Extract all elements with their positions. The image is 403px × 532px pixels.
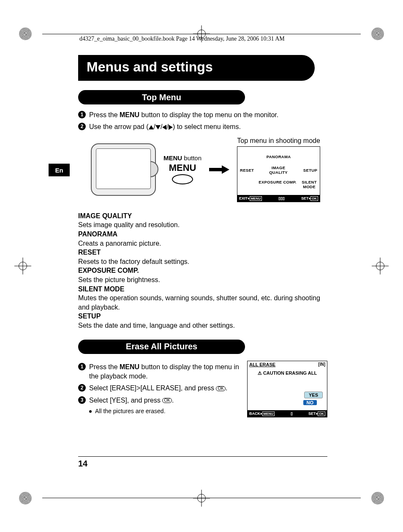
- lcd-title: ALL ERASE: [249, 362, 275, 367]
- definition-item: IMAGE QUALITYSets image quality and reso…: [78, 211, 327, 230]
- definition-list: IMAGE QUALITYSets image quality and reso…: [78, 211, 327, 330]
- step-2: 2 Use the arrow pad (///) to select menu…: [78, 122, 327, 132]
- bullet-text: All the pictures are erased.: [95, 408, 166, 414]
- text: Select [YES], and press: [89, 397, 162, 404]
- lcd-option-no: NO: [303, 400, 317, 405]
- definition-item: SETUPSets the date and time, language an…: [78, 312, 327, 330]
- def-body: Creats a panoramic picture.: [78, 239, 327, 248]
- text: OK: [310, 196, 318, 201]
- ok-button-icon: OK: [162, 398, 172, 403]
- text: Use the arrow pad (: [89, 123, 149, 130]
- arrow-pointer-icon: [209, 165, 229, 174]
- menu-keyword: MENU: [120, 111, 139, 118]
- step-2: 2 Select [ERASE]>[ALL ERASE], and press …: [78, 384, 242, 393]
- crop-row-bottom: [0, 490, 403, 507]
- bullet-icon: [89, 410, 92, 413]
- section-heading-top-menu: Top Menu: [78, 90, 245, 104]
- crop-circle-icon: [369, 25, 386, 42]
- def-head: SILENT MODE: [78, 285, 327, 294]
- registration-mark-icon: [193, 490, 210, 507]
- lcd-in-badge: [IN]: [318, 362, 325, 367]
- print-header-line: d4327_e_oima_basic_00_bookfile.book Page…: [79, 36, 285, 42]
- erase-content-row: 1 Press the MENU button to display the t…: [78, 360, 327, 417]
- def-head: EXPOSURE COMP.: [78, 266, 327, 275]
- def-head: RESET: [78, 248, 327, 257]
- text: MENU: [250, 196, 262, 201]
- top-menu-steps: 1 Press the MENU button to display the t…: [78, 110, 327, 132]
- lcd-set: SET♦OK: [301, 196, 318, 200]
- text: SET: [301, 196, 309, 200]
- lcd-item-exposure-comp: EXPOSURE COMP.: [259, 180, 297, 184]
- def-body: Mutes the operation sounds, warning soun…: [78, 293, 327, 312]
- text: MENU: [262, 411, 275, 416]
- step-text: Select [YES], and press OK.: [89, 396, 174, 405]
- lcd-warning-text: ⚠ CAUTION ERASING ALL: [248, 370, 327, 376]
- lcd-footer: EXIT♦MENU ▯▯▯ SET♦OK: [237, 195, 320, 202]
- lcd-card-icon: ▯: [291, 411, 293, 416]
- definition-item: PANORAMACreats a panoramic picture.: [78, 230, 327, 248]
- registration-mark-left-icon: [17, 260, 29, 272]
- def-body: Sets image quality and resolution.: [78, 220, 327, 230]
- text: SET: [308, 411, 316, 416]
- step-number-icon: 3: [78, 396, 86, 404]
- def-head: PANORAMA: [78, 230, 327, 239]
- def-head: IMAGE QUALITY: [78, 211, 327, 221]
- crop-circle-icon: [17, 490, 34, 507]
- text: button to display the top menu on the mo…: [139, 111, 278, 118]
- language-tag: En: [49, 164, 70, 176]
- step-3: 3 Select [YES], and press OK.: [78, 396, 242, 405]
- lcd-item-reset: RESET: [240, 168, 254, 173]
- erase-steps: 1 Press the MENU button to display the t…: [78, 360, 242, 415]
- step-1: 1 Press the MENU button to display the t…: [78, 110, 327, 120]
- arrow-down-icon: [155, 125, 161, 129]
- lcd-option-yes: YES: [304, 392, 323, 398]
- menu-keyword: MENU: [120, 363, 139, 370]
- step-number-icon: 2: [78, 123, 86, 130]
- lcd-item-panorama: PANORAMA: [237, 154, 320, 159]
- menu-button-callout: MENU button MENU: [163, 154, 202, 184]
- step-text: Use the arrow pad (///) to select menu i…: [89, 122, 241, 132]
- definition-item: SILENT MODEMutes the operation sounds, w…: [78, 285, 327, 312]
- step-1: 1 Press the MENU button to display the t…: [78, 362, 242, 381]
- chapter-title: Menus and settings: [78, 55, 315, 81]
- crop-circle-icon: [17, 25, 34, 42]
- text: Select [ERASE]>[ALL ERASE], and press: [89, 384, 216, 392]
- text: button: [182, 154, 202, 162]
- text: OK: [318, 411, 325, 416]
- menu-button-shape-icon: [172, 174, 193, 184]
- step-number-icon: 1: [78, 363, 86, 370]
- def-head: SETUP: [78, 312, 327, 321]
- text: CAUTION ERASING ALL: [263, 370, 317, 376]
- definition-item: RESETResets to the factory default setti…: [78, 248, 327, 266]
- lcd-set: SET♦OK: [308, 411, 325, 416]
- text: Press the: [89, 111, 120, 118]
- sub-bullet: All the pictures are erased.: [89, 408, 242, 414]
- page-number: 14: [78, 459, 87, 469]
- text: MENU: [163, 154, 182, 162]
- step-number-icon: 1: [78, 111, 86, 118]
- lcd-item-setup: SETUP: [303, 168, 317, 173]
- diagram-row: MENU button MENU Top menu in shooting mo…: [78, 137, 327, 202]
- registration-mark-right-icon: [374, 260, 386, 272]
- ok-button-icon: OK: [216, 386, 225, 391]
- lcd-erase-screen: ALL ERASE [IN] ⚠ CAUTION ERASING ALL YES…: [247, 361, 327, 417]
- page-content: Menus and settings Top Menu 1 Press the …: [78, 55, 327, 417]
- def-body: Sets the picture brightness.: [78, 275, 327, 285]
- lcd-preview-column: Top menu in shooting mode PANORAMA RESET…: [237, 137, 320, 202]
- step-text: Press the MENU button to display the top…: [89, 110, 278, 120]
- crop-circle-icon: [369, 490, 386, 507]
- def-body: Resets to the factory default settings.: [78, 257, 327, 266]
- lcd-back: BACK♦MENU: [249, 411, 275, 416]
- step-text: Select [ERASE]>[ALL ERASE], and press OK…: [89, 384, 227, 393]
- lcd-footer: BACK♦MENU ▯ SET♦OK: [248, 410, 327, 417]
- lcd-caption: Top menu in shooting mode: [237, 137, 320, 145]
- lcd-top-menu-screen: PANORAMA RESET IMAGE QUALITY SETUP EXPOS…: [237, 146, 320, 202]
- text: ) to select menu items.: [173, 123, 241, 130]
- arrow-right-icon: [169, 125, 173, 130]
- lcd-exit: EXIT♦MENU: [239, 196, 262, 200]
- arrow-left-icon: [162, 125, 166, 130]
- arrow-up-icon: [149, 125, 154, 129]
- text: BACK: [249, 411, 260, 416]
- menu-button-text: MENU: [169, 162, 196, 173]
- menu-button-label: MENU button: [163, 154, 202, 162]
